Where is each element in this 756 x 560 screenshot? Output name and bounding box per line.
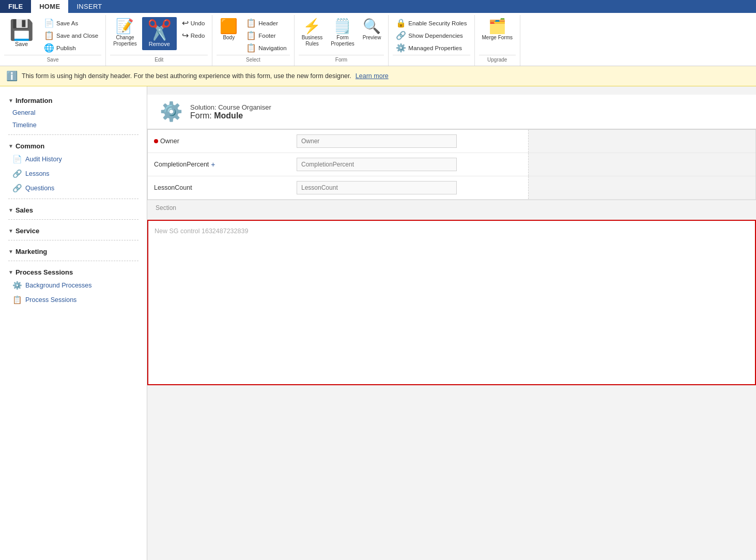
completion-input[interactable] xyxy=(297,158,457,171)
publish-button[interactable]: 🌐 Publish xyxy=(41,42,101,54)
sidebar-divider-4 xyxy=(8,240,138,240)
section-label: Section xyxy=(147,200,756,216)
merge-forms-icon: 🗂️ xyxy=(488,19,506,34)
form-properties-button[interactable]: 🗒️ FormProperties xyxy=(328,17,358,49)
business-rules-button[interactable]: ⚡ BusinessRules xyxy=(299,17,326,49)
redo-icon: ↪ xyxy=(182,31,189,40)
lesson-count-field xyxy=(292,178,528,198)
owner-field xyxy=(292,131,528,151)
sidebar-item-questions[interactable]: 🔗 Questions xyxy=(0,181,147,195)
lesson-count-input[interactable] xyxy=(297,181,457,194)
form-header-icon: ⚙️ xyxy=(160,101,183,123)
tab-file[interactable]: FILE xyxy=(0,0,31,13)
change-props-label: ChangeProperties xyxy=(113,35,137,47)
header-icon: 📋 xyxy=(246,18,256,28)
undo-label: Undo xyxy=(191,20,205,26)
remove-label: Remove xyxy=(149,41,170,47)
sidebar-item-audit-history[interactable]: 📄 Audit History xyxy=(0,152,147,167)
information-triangle: ▼ xyxy=(8,98,13,103)
edit-group-label: Edit xyxy=(110,55,208,64)
completion-field xyxy=(292,155,528,174)
process-sessions-header: Process Sessions xyxy=(16,268,73,276)
ribbon-group-biz: ⚡ BusinessRules 🗒️ FormProperties 🔍 Prev… xyxy=(295,15,389,66)
sidebar-divider-1 xyxy=(8,134,138,135)
questions-icon: 🔗 xyxy=(12,184,22,193)
process-sessions-icon: 📋 xyxy=(12,295,22,305)
redo-label: Redo xyxy=(191,33,205,39)
service-header: Service xyxy=(16,227,39,235)
merge-forms-button[interactable]: 🗂️ Merge Forms xyxy=(479,17,516,43)
completion-extra xyxy=(528,153,756,176)
ribbon-tabs: FILE HOME INSERT xyxy=(0,0,756,13)
remove-button[interactable]: ✂️ Remove xyxy=(142,17,177,50)
save-button[interactable]: 💾 Save xyxy=(4,17,39,50)
sidebar-item-general[interactable]: General xyxy=(0,107,147,119)
save-as-label: Save As xyxy=(56,20,78,26)
background-processes-icon: ⚙️ xyxy=(12,281,22,290)
form-row-completion: CompletionPercent + xyxy=(148,153,755,176)
form-group-items: 🔒 Enable Security Roles 🔗 Show Dependenc… xyxy=(393,17,470,54)
body-icon: 🟧 xyxy=(220,19,238,34)
form-solution: Solution: Course Organiser xyxy=(190,103,271,111)
sidebar-item-timeline[interactable]: Timeline xyxy=(0,119,147,131)
form-props-label: FormProperties xyxy=(331,35,354,47)
navigation-button[interactable]: 📋 Navigation xyxy=(243,42,289,54)
form-small-group: 🔒 Enable Security Roles 🔗 Show Dependenc… xyxy=(393,17,470,54)
save-as-button[interactable]: 📄 Save As xyxy=(41,17,101,29)
form-header: ⚙️ Solution: Course Organiser Form: Modu… xyxy=(147,95,756,129)
managed-properties-button[interactable]: ⚙️ Managed Properties xyxy=(393,42,470,54)
info-icon: ℹ️ xyxy=(6,70,18,82)
owner-required-dot xyxy=(154,139,158,143)
header-button[interactable]: 📋 Header xyxy=(243,17,289,29)
form-section: Owner CompletionPercent + xyxy=(147,129,756,200)
sidebar-divider-5 xyxy=(8,261,138,261)
undo-button[interactable]: ↩ Undo xyxy=(179,17,208,29)
completion-label-text: CompletionPercent xyxy=(154,161,209,168)
preview-button[interactable]: 🔍 Preview xyxy=(360,17,384,43)
ribbon-group-select: 🟧 Body 📋 Header 📋 Footer 📋 Navigation xyxy=(212,15,294,66)
sidebar-section-marketing: ▼ Marketing xyxy=(0,244,147,258)
sg-control-box[interactable]: New SG control 1632487232839 xyxy=(147,220,756,385)
sidebar-section-service: ▼ Service xyxy=(0,223,147,237)
footer-button[interactable]: 📋 Footer xyxy=(243,29,289,41)
business-rules-label: BusinessRules xyxy=(302,35,323,47)
form-group-label: Form xyxy=(299,55,384,64)
form-row-lesson-count: LessonCount xyxy=(148,176,755,200)
tab-home[interactable]: HOME xyxy=(31,0,68,13)
sidebar-section-information: ▼ Information xyxy=(0,93,147,107)
change-properties-button[interactable]: 📝 ChangeProperties xyxy=(110,17,140,49)
sidebar-item-lessons[interactable]: 🔗 Lessons xyxy=(0,167,147,181)
upgrade-group-items: 🗂️ Merge Forms xyxy=(479,17,516,54)
body-label: Body xyxy=(223,35,235,41)
redo-button[interactable]: ↪ Redo xyxy=(179,29,208,41)
save-label: Save xyxy=(15,41,28,47)
sidebar-section-sales: ▼ Sales xyxy=(0,202,147,216)
sidebar-item-background-processes[interactable]: ⚙️ Background Processes xyxy=(0,278,147,293)
information-header: Information xyxy=(16,97,53,104)
form-props-icon: 🗒️ xyxy=(333,19,351,34)
content-area: ⚙️ Solution: Course Organiser Form: Modu… xyxy=(147,86,756,560)
enable-security-button[interactable]: 🔒 Enable Security Roles xyxy=(393,17,470,29)
info-message: This form is using high density header. … xyxy=(22,72,351,80)
completion-required-star: + xyxy=(211,160,215,169)
sidebar-item-timeline-label: Timeline xyxy=(12,122,37,129)
common-header: Common xyxy=(16,142,44,150)
ribbon: FILE HOME INSERT 💾 Save 📄 Save As 📋 xyxy=(0,0,756,66)
enable-security-label: Enable Security Roles xyxy=(408,20,467,26)
header-label: Header xyxy=(258,20,278,26)
show-dependencies-button[interactable]: 🔗 Show Dependencies xyxy=(393,29,470,41)
owner-input[interactable] xyxy=(297,134,457,148)
save-close-button[interactable]: 📋 Save and Close xyxy=(41,29,101,41)
owner-label-text: Owner xyxy=(160,138,179,145)
ribbon-group-upgrade: 🗂️ Merge Forms Upgrade xyxy=(475,15,520,66)
sidebar-section-process-sessions: ▼ Process Sessions xyxy=(0,264,147,278)
sales-triangle: ▼ xyxy=(8,207,13,213)
tab-insert[interactable]: INSERT xyxy=(68,0,110,13)
sidebar-item-process-sessions[interactable]: 📋 Process Sessions xyxy=(0,293,147,307)
change-props-icon: 📝 xyxy=(116,19,134,34)
save-close-icon: 📋 xyxy=(44,31,54,40)
learn-more-link[interactable]: Learn more xyxy=(356,72,389,80)
owner-extra xyxy=(528,130,756,153)
body-button[interactable]: 🟧 Body xyxy=(217,17,241,43)
sales-header: Sales xyxy=(16,206,33,214)
